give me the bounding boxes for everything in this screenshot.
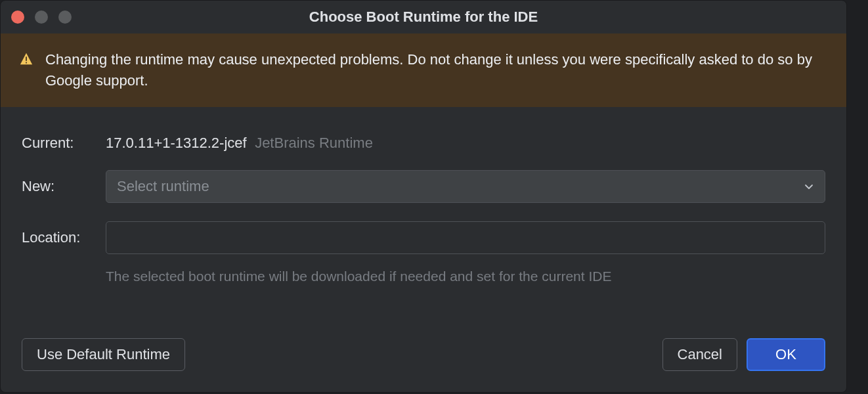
hint-row: The selected boot runtime will be downlo… [22, 269, 825, 284]
current-runtime-row: Current: 17.0.11+1-1312.2-jcef JetBrains… [22, 135, 825, 152]
location-label: Location: [22, 229, 106, 246]
location-input[interactable] [106, 221, 825, 254]
new-runtime-select[interactable]: Select runtime [106, 170, 825, 203]
current-runtime-value: 17.0.11+1-1312.2-jcef JetBrains Runtime [106, 135, 373, 152]
dialog-title: Choose Boot Runtime for the IDE [1, 9, 846, 26]
titlebar: Choose Boot Runtime for the IDE [1, 1, 846, 33]
location-row: Location: [22, 221, 825, 254]
dialog-content: Current: 17.0.11+1-1312.2-jcef JetBrains… [1, 107, 846, 338]
minimize-window-button[interactable] [35, 11, 48, 24]
svg-rect-1 [26, 62, 27, 64]
svg-rect-0 [26, 56, 27, 60]
dialog-footer: Use Default Runtime Cancel OK [1, 338, 846, 392]
current-vendor: JetBrains Runtime [255, 135, 373, 151]
hint-text: The selected boot runtime will be downlo… [106, 269, 611, 284]
maximize-window-button[interactable] [58, 11, 72, 24]
warning-banner: Changing the runtime may cause unexpecte… [1, 33, 846, 107]
select-placeholder: Select runtime [117, 178, 209, 195]
current-label: Current: [22, 135, 106, 152]
close-window-button[interactable] [11, 11, 24, 24]
use-default-runtime-button[interactable]: Use Default Runtime [22, 338, 185, 371]
warning-text: Changing the runtime may cause unexpecte… [45, 49, 828, 91]
choose-boot-runtime-dialog: Choose Boot Runtime for the IDE Changing… [0, 0, 847, 393]
chevron-down-icon [804, 181, 814, 192]
new-runtime-row: New: Select runtime [22, 170, 825, 203]
new-label: New: [22, 178, 106, 195]
window-controls [11, 11, 72, 24]
background-strip [847, 0, 868, 394]
current-version: 17.0.11+1-1312.2-jcef [106, 135, 247, 151]
cancel-button[interactable]: Cancel [662, 338, 737, 371]
ok-button[interactable]: OK [747, 338, 825, 371]
warning-icon [19, 52, 33, 66]
